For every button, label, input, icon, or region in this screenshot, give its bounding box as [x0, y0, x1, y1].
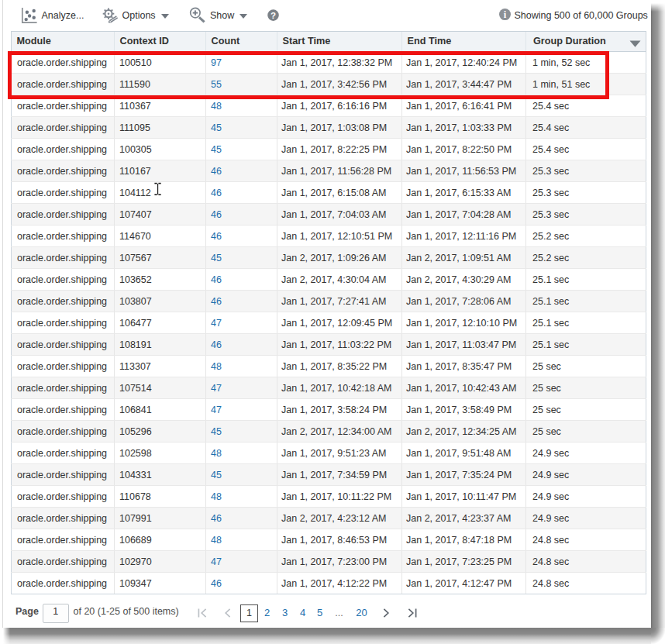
svg-text:?: ? — [270, 11, 276, 20]
svg-text:i: i — [504, 10, 507, 21]
